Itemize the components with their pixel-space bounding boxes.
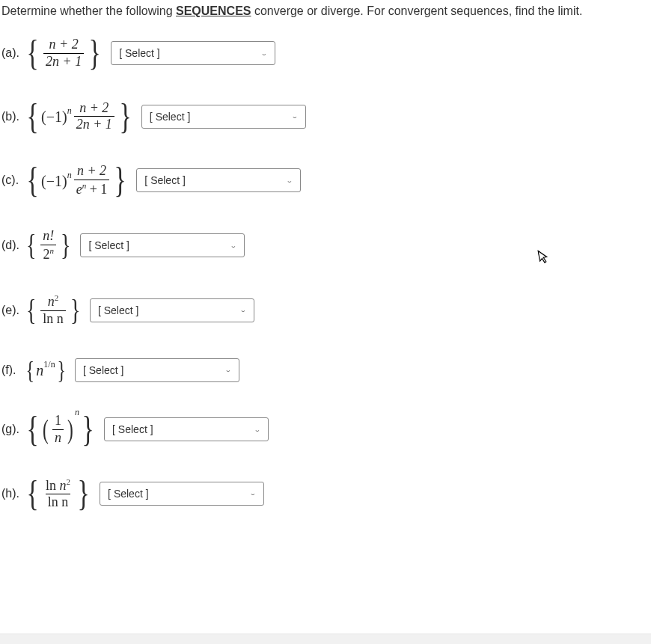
chevron-down-icon: ⌄ [230, 242, 236, 248]
select-f-text: [ Select ] [83, 364, 123, 376]
problem-a: (a). { n + 2 2n + 1 } [ Select ] ⌄ [0, 37, 651, 70]
chevron-down-icon: ⌄ [239, 307, 246, 313]
problem-f: (f). { n1/n } [ Select ] ⌄ [0, 358, 651, 382]
chevron-down-icon: ⌄ [254, 426, 260, 432]
sequence-c: { (−1)n n + 2 en + 1 } [24, 164, 129, 197]
sequence-d: { n! 2n } [24, 229, 73, 263]
chevron-down-icon: ⌄ [260, 50, 267, 56]
select-c[interactable]: [ Select ] ⌄ [136, 168, 301, 192]
chevron-down-icon: ⌄ [224, 367, 231, 373]
sequence-b: { (−1)n n + 2 2n + 1 } [24, 101, 134, 133]
sequence-f: { n1/n } [24, 360, 67, 380]
select-d-text: [ Select ] [88, 239, 129, 251]
chevron-down-icon: ⌄ [286, 178, 293, 184]
horizontal-scrollbar[interactable] [0, 634, 651, 644]
select-a-text: [ Select ] [119, 47, 159, 59]
sequence-e: { n2 ln n } [24, 293, 82, 327]
select-f[interactable]: [ Select ] ⌄ [75, 358, 239, 382]
problem-h: (h). { ln n2 ln n } [ Select ] ⌄ [0, 477, 651, 511]
select-b[interactable]: [ Select ] ⌄ [141, 105, 306, 129]
select-e[interactable]: [ Select ] ⌄ [90, 298, 254, 322]
chevron-down-icon: ⌄ [291, 114, 298, 120]
select-h[interactable]: [ Select ] ⌄ [100, 482, 264, 506]
select-a[interactable]: [ Select ] ⌄ [111, 41, 275, 65]
select-b-text: [ Select ] [150, 111, 190, 123]
select-g-text: [ Select ] [112, 423, 153, 435]
label-f: (f). [1, 364, 19, 377]
select-e-text: [ Select ] [98, 304, 138, 316]
select-c-text: [ Select ] [144, 174, 185, 186]
problem-b: (b). { (−1)n n + 2 2n + 1 } [ Select ] ⌄ [0, 101, 651, 133]
problem-c: (c). { (−1)n n + 2 en + 1 } [ Select ] ⌄ [0, 164, 651, 197]
instructions: Determine whether the following SEQUENCE… [0, 0, 651, 22]
select-d[interactable]: [ Select ] ⌄ [80, 233, 245, 257]
sequence-h: { ln n2 ln n } [24, 477, 92, 511]
instructions-post: converge or diverge. For convergent sequ… [251, 4, 582, 17]
sequence-a: { n + 2 2n + 1 } [24, 37, 103, 70]
label-b: (b). [1, 110, 19, 123]
label-g: (g). [1, 423, 19, 436]
problem-e: (e). { n2 ln n } [ Select ] ⌄ [0, 293, 651, 327]
select-g[interactable]: [ Select ] ⌄ [104, 417, 269, 441]
label-h: (h). [1, 487, 19, 500]
instructions-pre: Determine whether the following [1, 4, 176, 17]
label-a: (a). [1, 46, 19, 60]
problem-g: (g). { ( 1 n ) n } [ Select ] ⌄ [0, 414, 651, 446]
select-h-text: [ Select ] [108, 488, 148, 500]
problem-d: (d). { n! 2n } [ Select ] ⌄ [0, 229, 651, 263]
label-c: (c). [1, 174, 19, 187]
label-d: (d). [1, 239, 19, 252]
label-e: (e). [1, 304, 19, 317]
instructions-bold: SEQUENCES [176, 4, 251, 17]
chevron-down-icon: ⌄ [249, 491, 256, 497]
sequence-g: { ( 1 n ) n } [24, 414, 97, 446]
